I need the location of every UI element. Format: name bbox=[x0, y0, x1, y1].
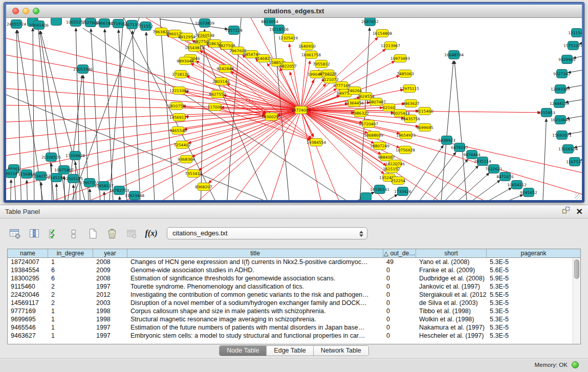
graph-node[interactable]: 9329966 bbox=[558, 55, 576, 64]
column-header-pagerank[interactable]: pagerank bbox=[487, 249, 580, 257]
table-row[interactable]: 946554611997Estimation of the future num… bbox=[8, 323, 573, 332]
column-header-out_de[interactable]: △ out_de… bbox=[383, 249, 416, 257]
graph-node[interactable]: 16648784 bbox=[444, 51, 464, 59]
show-columns-button[interactable] bbox=[27, 226, 42, 240]
graph-node[interactable]: 19384554 bbox=[307, 139, 326, 146]
graph-node[interactable]: 8912954 bbox=[178, 33, 195, 41]
graph-node[interactable]: 16033809 bbox=[195, 19, 214, 28]
graph-node[interactable]: 9242848 bbox=[216, 65, 234, 73]
graph-node[interactable]: 9463627 bbox=[402, 100, 420, 107]
graph-node[interactable]: 1640910 bbox=[298, 42, 316, 50]
graph-node[interactable]: 9465546 bbox=[169, 127, 187, 135]
graph-node[interactable]: 10654112 bbox=[507, 181, 527, 189]
graph-node[interactable]: 17016504 bbox=[558, 145, 578, 154]
graph-node[interactable]: 19218506 bbox=[269, 25, 289, 34]
table-row[interactable]: 1872400712008Changes of HCN gene express… bbox=[8, 258, 573, 266]
select-rows-button[interactable] bbox=[46, 226, 62, 240]
delete-column-button[interactable] bbox=[104, 226, 120, 240]
graph-node[interactable]: 8427552 bbox=[209, 91, 226, 98]
table-selector-dropdown[interactable]: citations_edges.txt bbox=[167, 227, 367, 239]
graph-node[interactable] bbox=[51, 18, 62, 26]
graph-node[interactable]: 7254402 bbox=[173, 141, 191, 149]
graph-node[interactable]: 5938923 bbox=[438, 136, 455, 145]
graph-node[interactable]: 8368207 bbox=[195, 183, 212, 191]
graph-node[interactable]: 12444139 bbox=[550, 99, 569, 108]
network-graph[interactable]: 1872400718300295193845547963822896012889… bbox=[6, 18, 582, 200]
graph-node[interactable]: 2718126 bbox=[172, 71, 189, 78]
tab-node-table[interactable]: Node Table bbox=[220, 346, 266, 356]
graph-node[interactable]: 18435756 bbox=[401, 115, 420, 123]
canvas-resize-grip[interactable] bbox=[575, 193, 581, 200]
scrollbar-thumb[interactable] bbox=[574, 259, 579, 279]
table-row[interactable]: 911546021997Tourette syndrome. Phenomeno… bbox=[8, 282, 573, 291]
network-canvas[interactable]: 1872400718300295193845547963822896012889… bbox=[6, 18, 582, 200]
graph-node[interactable]: 10688609 bbox=[364, 132, 383, 139]
graph-node[interactable]: 24055724 bbox=[7, 20, 26, 29]
float-panel-icon[interactable] bbox=[562, 205, 570, 218]
graph-node[interactable]: 7485063 bbox=[397, 70, 414, 78]
close-window-button[interactable] bbox=[12, 8, 19, 14]
graph-node[interactable]: 7353414 bbox=[185, 170, 202, 178]
graph-node[interactable]: 9115460 bbox=[416, 107, 433, 115]
column-header-name[interactable]: name bbox=[8, 249, 48, 257]
graph-node[interactable] bbox=[361, 193, 372, 201]
graph-node[interactable]: 8215953 bbox=[538, 108, 555, 117]
table-row[interactable]: 1830029562008Estimation of significance … bbox=[8, 274, 573, 282]
graph-node[interactable]: 7986322 bbox=[352, 110, 369, 117]
graph-node[interactable]: 2687652 bbox=[361, 18, 379, 26]
graph-node[interactable]: 16136141 bbox=[370, 185, 389, 194]
memory-status-indicator[interactable] bbox=[572, 361, 579, 368]
graph-node[interactable]: 17359928 bbox=[66, 151, 85, 160]
graph-node[interactable]: 9245652 bbox=[520, 188, 537, 197]
network-window-titlebar[interactable]: citations_edges.txt bbox=[6, 5, 582, 18]
table-row[interactable]: 1938455462009Genome-wide association stu… bbox=[8, 266, 573, 274]
graph-node[interactable]: 18300295 bbox=[262, 113, 281, 121]
graph-node[interactable]: 16961758 bbox=[301, 51, 321, 59]
graph-node[interactable]: 10973493 bbox=[390, 55, 410, 62]
column-header-title[interactable]: title bbox=[127, 249, 383, 257]
graph-node[interactable]: 117006 bbox=[208, 103, 223, 111]
table-row[interactable]: 969969511998Structural magnetic resonanc… bbox=[8, 315, 573, 323]
graph-node[interactable]: 6822057 bbox=[279, 62, 297, 70]
graph-node[interactable]: 16543812 bbox=[185, 44, 204, 52]
table-settings-button[interactable] bbox=[7, 226, 23, 240]
graph-node[interactable]: 1615152 bbox=[383, 165, 400, 173]
table-row[interactable]: 1456911722003Disruption of a novel membe… bbox=[8, 299, 573, 307]
maximize-window-button[interactable] bbox=[33, 8, 39, 14]
new-column-button[interactable] bbox=[85, 226, 101, 240]
table-row[interactable]: 946362711997Embryonic stem cells: a mode… bbox=[8, 332, 573, 340]
table-row[interactable]: 977716911998Corpus callosum shape and si… bbox=[8, 307, 573, 315]
graph-node[interactable]: 15751074 bbox=[563, 41, 582, 50]
graph-node[interactable]: 1167533 bbox=[566, 158, 582, 166]
tab-edge-table[interactable]: Edge Table bbox=[266, 346, 313, 356]
graph-node[interactable]: 8471676 bbox=[496, 172, 514, 181]
graph-node[interactable]: 12213967 bbox=[381, 42, 400, 50]
close-panel-icon[interactable]: ✕ bbox=[576, 208, 583, 216]
graph-node[interactable]: 2803144 bbox=[212, 78, 230, 85]
graph-node[interactable]: 10756928 bbox=[396, 146, 415, 154]
graph-node[interactable]: 62160 bbox=[383, 104, 395, 112]
graph-node[interactable]: 252254 bbox=[391, 177, 406, 185]
graph-node[interactable]: 12325419 bbox=[278, 34, 298, 42]
graph-node[interactable]: 12093387 bbox=[551, 85, 570, 94]
graph-node[interactable]: 14569117 bbox=[169, 114, 189, 121]
graph-node[interactable]: 19654923 bbox=[396, 132, 416, 139]
graph-node[interactable]: 1121072 bbox=[321, 76, 339, 83]
graph-node[interactable]: 21053346 bbox=[73, 65, 93, 74]
graph-node[interactable]: 9227342 bbox=[553, 70, 571, 78]
tab-network-table[interactable]: Network Table bbox=[313, 346, 368, 356]
row-height-button[interactable] bbox=[66, 226, 81, 240]
graph-node[interactable]: 9699695 bbox=[416, 124, 433, 132]
table-vertical-scrollbar[interactable] bbox=[573, 258, 580, 344]
graph-node[interactable]: 15692071 bbox=[552, 131, 572, 140]
graph-node[interactable]: 9368364 bbox=[178, 156, 195, 163]
graph-node[interactable]: 1810755 bbox=[168, 102, 185, 110]
graph-node[interactable]: 21364456 bbox=[344, 99, 364, 107]
graph-node[interactable]: 39154 bbox=[6, 169, 17, 178]
column-header-in_degree[interactable]: in_degree bbox=[48, 249, 93, 257]
graph-node[interactable]: 1211540 bbox=[568, 29, 582, 37]
graph-node[interactable]: 1733426 bbox=[394, 187, 411, 196]
column-header-short[interactable]: short bbox=[416, 249, 487, 257]
graph-node[interactable]: 6479197 bbox=[451, 143, 468, 152]
graph-node[interactable]: 7955812 bbox=[313, 60, 330, 68]
